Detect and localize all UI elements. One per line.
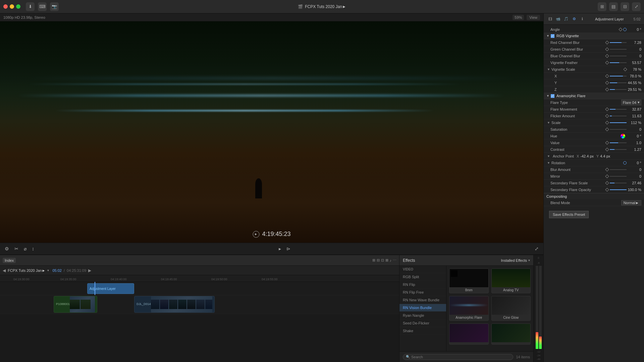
- inspector-tab-video[interactable]: 📹: [555, 16, 561, 22]
- clip-dji[interactable]: DJL_D014: [134, 296, 215, 313]
- category-rn-flip-free[interactable]: RN Flip Free: [399, 289, 446, 296]
- vignette-x-slider[interactable]: [610, 76, 627, 76]
- mirror-slider[interactable]: [610, 176, 627, 177]
- tools-icon[interactable]: ⚙: [3, 245, 10, 252]
- zoom-level[interactable]: 59%: [513, 15, 524, 20]
- play-icon[interactable]: ▶: [253, 231, 259, 238]
- effect-card-5[interactable]: [449, 323, 489, 345]
- flare-movement-slider[interactable]: [610, 109, 627, 110]
- scale-expand[interactable]: ▼: [547, 121, 550, 124]
- search-input[interactable]: [411, 355, 510, 359]
- vignette-x-keyframe[interactable]: [605, 74, 609, 78]
- category-rn-vision[interactable]: RN Vision Bundle: [399, 304, 446, 312]
- red-blur-slider[interactable]: [610, 42, 627, 43]
- secondary-opacity-slider[interactable]: [610, 189, 627, 190]
- timeline-tracks[interactable]: Adjustment Layer P1088001: [0, 282, 399, 362]
- insert-icon[interactable]: ⊟: [377, 258, 380, 262]
- scale-keyframe[interactable]: [605, 121, 609, 124]
- rotation-wheel[interactable]: [623, 161, 627, 165]
- rotation-expand[interactable]: ▼: [547, 161, 550, 165]
- blend-mode-value[interactable]: Normal►: [621, 200, 641, 205]
- blue-blur-keyframe[interactable]: [605, 54, 609, 58]
- position-icon[interactable]: ↕: [31, 245, 36, 252]
- window-controls[interactable]: [3, 4, 20, 9]
- section-anamorphic-flare[interactable]: ▼ ✓ Anamorphic Flare: [544, 93, 644, 99]
- nav-back[interactable]: ◀: [3, 268, 6, 273]
- vignette-scale-keyframe[interactable]: [623, 67, 627, 71]
- select-tool[interactable]: ▸: [277, 245, 282, 252]
- green-blur-slider[interactable]: [610, 49, 627, 50]
- angle-wheel[interactable]: [623, 28, 627, 31]
- flicker-slider[interactable]: [610, 116, 627, 116]
- effect-card-analogtv[interactable]: Analog TV: [491, 268, 531, 293]
- section-compositing[interactable]: Compositing: [544, 193, 644, 199]
- flicker-keyframe[interactable]: [605, 114, 609, 118]
- flare-type-select[interactable]: Flare 04 ▾: [621, 100, 641, 105]
- red-blur-keyframe[interactable]: [605, 41, 609, 44]
- tab-index[interactable]: Index: [3, 258, 16, 263]
- replace-icon[interactable]: ⊠: [385, 258, 388, 262]
- extend-icon[interactable]: ⊟: [621, 2, 629, 11]
- contrast-keyframe[interactable]: [605, 147, 609, 151]
- vignette-z-slider[interactable]: [610, 89, 627, 90]
- value-slider[interactable]: [610, 142, 627, 143]
- vignette-scale-expand[interactable]: ▼: [547, 68, 550, 71]
- save-effects-preset-button[interactable]: Save Effects Preset: [549, 211, 589, 218]
- overwrite-icon[interactable]: ⊡: [381, 258, 384, 262]
- blade-icon[interactable]: ⌀: [22, 245, 28, 252]
- category-rn-new-wave[interactable]: RN New Wave Bundle: [399, 296, 446, 304]
- camera-icon[interactable]: 📷: [50, 2, 59, 11]
- saturation-slider[interactable]: [610, 129, 627, 130]
- effect-card-cineglow[interactable]: Cine Glow: [491, 296, 531, 321]
- fullscreen-icon[interactable]: ⤢: [632, 2, 641, 11]
- close-button[interactable]: [3, 4, 8, 9]
- secondary-opacity-keyframe[interactable]: [605, 188, 609, 191]
- effect-card-anamorphic[interactable]: Anamorphic Flare: [449, 296, 489, 321]
- hue-wheel[interactable]: [621, 134, 625, 138]
- secondary-scale-keyframe[interactable]: [605, 181, 609, 185]
- mirror-keyframe[interactable]: [605, 174, 609, 178]
- category-ryan-nangle[interactable]: Ryan Nangle: [399, 312, 446, 319]
- feather-keyframe[interactable]: [605, 61, 609, 64]
- installed-effects-tab[interactable]: Installed Effects: [501, 258, 527, 262]
- vignette-y-slider[interactable]: [610, 82, 627, 83]
- vignette-z-keyframe[interactable]: [605, 87, 609, 91]
- saturation-keyframe[interactable]: [605, 127, 609, 131]
- blur-amount-slider[interactable]: [610, 169, 627, 170]
- category-shake[interactable]: Shake: [399, 327, 446, 335]
- clip-adjustment-layer[interactable]: Adjustment Layer: [87, 283, 134, 294]
- layout-icon[interactable]: ▤: [609, 2, 618, 11]
- trim-icon[interactable]: ✂: [13, 245, 20, 252]
- green-blur-keyframe[interactable]: [605, 47, 609, 51]
- scale-slider[interactable]: [610, 122, 627, 123]
- inspector-tab-audio[interactable]: 🎵: [563, 16, 569, 22]
- section-rgb-vignette[interactable]: ▼ ✓ RGB Vignette: [544, 33, 644, 39]
- timeline-dropdown[interactable]: ▾: [47, 268, 49, 272]
- download-icon[interactable]: ⬇: [26, 2, 35, 11]
- more-icon[interactable]: ⋯: [393, 258, 396, 262]
- vignette-y-keyframe[interactable]: [605, 81, 609, 84]
- view-button[interactable]: View: [527, 15, 540, 20]
- append-icon[interactable]: ⊞: [372, 258, 375, 262]
- flare-movement-keyframe[interactable]: [605, 107, 609, 111]
- transport-controls[interactable]: ⊳: [285, 245, 292, 252]
- anchor-expand[interactable]: ▼: [547, 155, 550, 158]
- effect-card-8mm[interactable]: 8mm: [449, 268, 489, 293]
- nav-fwd[interactable]: ▶: [88, 268, 91, 273]
- minimize-button[interactable]: [10, 4, 14, 9]
- fullscreen-preview[interactable]: ⤢: [533, 245, 540, 252]
- category-seed-deflicker[interactable]: Seed De-Flicker: [399, 319, 446, 327]
- audio-icon[interactable]: ♪: [390, 258, 392, 262]
- grid-view-icon[interactable]: ⊞: [598, 2, 606, 11]
- blue-blur-slider[interactable]: [610, 56, 627, 56]
- inspector-tab-info[interactable]: ℹ: [579, 16, 585, 22]
- value-keyframe[interactable]: [605, 141, 609, 144]
- flare-checkbox[interactable]: ✓: [551, 94, 554, 98]
- secondary-scale-slider[interactable]: [610, 183, 627, 183]
- maximize-button[interactable]: [16, 4, 20, 9]
- key-icon[interactable]: ⌨: [38, 2, 47, 11]
- contrast-slider[interactable]: [610, 149, 627, 150]
- inspector-tab-film[interactable]: 🎞: [547, 16, 553, 22]
- blur-amount-keyframe[interactable]: [605, 168, 609, 171]
- inspector-tab-effects[interactable]: ⚙: [571, 16, 577, 22]
